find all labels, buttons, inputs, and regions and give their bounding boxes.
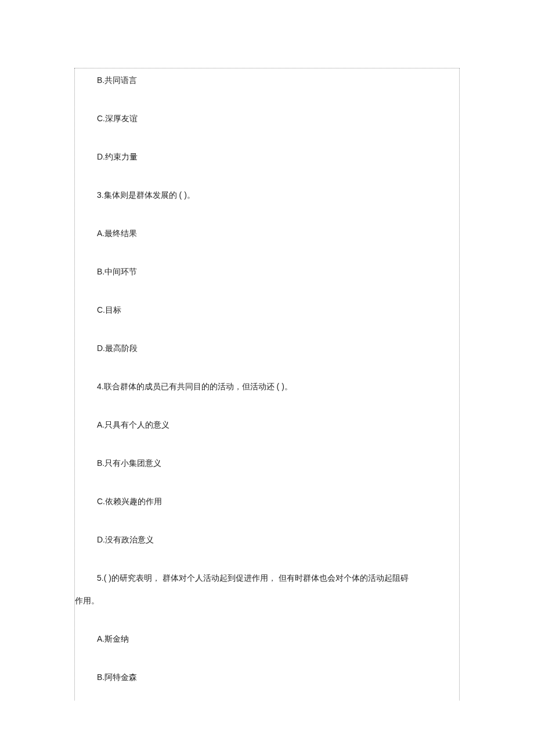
option-d: D.最高阶段 xyxy=(75,342,459,355)
option-b: B.共同语言 xyxy=(75,74,459,86)
option-text: 阿特金森 xyxy=(104,672,137,682)
option-d: D.没有政治意义 xyxy=(75,534,459,546)
option-prefix: A. xyxy=(97,229,104,238)
option-c: C.深厚友谊 xyxy=(75,113,459,125)
option-prefix: C. xyxy=(97,114,105,123)
question-text-part2: 作用。 xyxy=(75,596,99,605)
option-c: C.目标 xyxy=(75,304,459,316)
option-prefix: B. xyxy=(97,672,104,682)
option-prefix: A. xyxy=(97,634,104,643)
option-prefix: D. xyxy=(97,152,105,161)
question-5-line2: 作用。 xyxy=(75,595,459,607)
question-number: 4. xyxy=(97,382,104,391)
option-b: B.只有小集团意义 xyxy=(75,457,459,469)
option-text: 没有政治意义 xyxy=(105,535,154,544)
question-text: 集体则是群体发展的 ( )。 xyxy=(104,190,195,200)
option-text: 最高阶段 xyxy=(105,343,138,353)
option-c: C.依赖兴趣的作用 xyxy=(75,495,459,508)
option-prefix: B. xyxy=(97,75,104,85)
option-prefix: D. xyxy=(97,535,105,544)
option-text: 共同语言 xyxy=(104,75,137,85)
option-text: 深厚友谊 xyxy=(105,114,138,123)
option-prefix: D. xyxy=(97,343,105,353)
question-5-line1: 5.( )的研究表明， 群体对个人活动起到促进作用， 但有时群体也会对个体的活动… xyxy=(75,572,459,584)
option-d: D.约束力量 xyxy=(75,151,459,163)
option-text: 约束力量 xyxy=(105,152,138,161)
option-text: 只有小集团意义 xyxy=(104,458,161,468)
option-b: B.中间环节 xyxy=(75,266,459,278)
option-prefix: A. xyxy=(97,420,104,429)
option-text: 中间环节 xyxy=(104,267,137,276)
option-prefix: B. xyxy=(97,458,104,468)
question-number: 5. xyxy=(97,573,104,583)
option-a: A.斯金纳 xyxy=(75,633,459,645)
option-a: A.最终结果 xyxy=(75,227,459,240)
option-text: 目标 xyxy=(105,305,121,314)
question-text-part1: ( )的研究表明， 群体对个人活动起到促进作用， 但有时群体也会对个体的活动起阻… xyxy=(104,573,409,583)
question-text: 联合群体的成员已有共同目的的活动，但活动还 ( )。 xyxy=(104,382,293,391)
option-a: A.只具有个人的意义 xyxy=(75,419,459,431)
question-number: 3. xyxy=(97,190,104,200)
document-page: B.共同语言 C.深厚友谊 D.约束力量 3.集体则是群体发展的 ( )。 A.… xyxy=(74,68,460,700)
question-3: 3.集体则是群体发展的 ( )。 xyxy=(75,189,459,201)
question-4: 4.联合群体的成员已有共同目的的活动，但活动还 ( )。 xyxy=(75,381,459,393)
option-prefix: B. xyxy=(97,267,104,276)
option-b: B.阿特金森 xyxy=(75,671,459,683)
option-prefix: C. xyxy=(97,497,105,506)
option-text: 依赖兴趣的作用 xyxy=(105,497,162,506)
option-text: 只具有个人的意义 xyxy=(104,420,169,429)
option-text: 斯金纳 xyxy=(104,634,129,643)
option-prefix: C. xyxy=(97,305,105,314)
option-text: 最终结果 xyxy=(104,229,137,238)
